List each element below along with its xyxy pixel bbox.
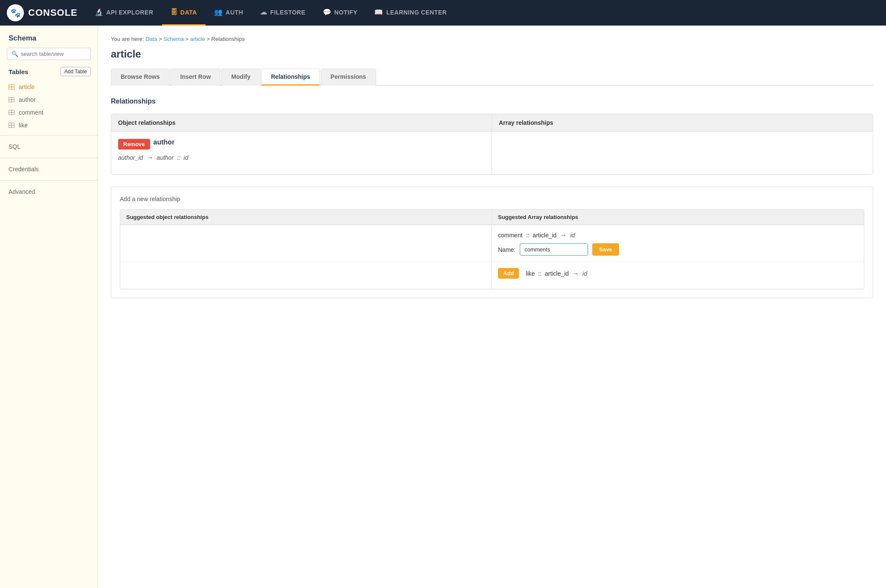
like-suggestion: Add like :: article_id → id [498, 268, 858, 279]
comment-suggestion: comment :: article_id → id [498, 231, 858, 239]
app-logo[interactable]: 🐾 CONSOLE [7, 4, 78, 21]
sidebar-item-like-label: like [19, 122, 28, 129]
author-to-sep: :: [177, 154, 180, 161]
breadcrumb-prefix: You are here: [111, 36, 145, 42]
tab-browse-rows[interactable]: Browse Rows [111, 69, 170, 86]
tabs: Browse Rows Insert Row Modify Relationsh… [111, 69, 873, 86]
nav-filestore[interactable]: ☁ FILESTORE [252, 0, 314, 26]
tables-header: Tables Add Table [0, 67, 98, 81]
relationships-table: Object relationships Array relationships… [111, 114, 873, 175]
sidebar-item-advanced[interactable]: Advanced [0, 184, 98, 199]
tab-insert-row[interactable]: Insert Row [171, 69, 221, 86]
sidebar-item-article[interactable]: article [0, 81, 98, 93]
top-nav: 🐾 CONSOLE 🔬 API EXPLORER 🗄 DATA 👥 AUTH ☁… [0, 0, 886, 26]
search-icon: 🔍 [12, 51, 18, 57]
main-content: You are here: Data > Schema > article > … [98, 26, 886, 588]
auth-icon: 👥 [214, 8, 223, 16]
like-to-col: id [582, 270, 587, 277]
table-grid-icon-like [9, 122, 15, 128]
add-table-button[interactable]: Add Table [61, 67, 91, 76]
comment-arrow: → [560, 231, 567, 239]
nav-learning-center-label: LEARNING CENTER [386, 9, 447, 16]
add-relationship-box: Add a new relationship Suggested object … [111, 187, 873, 298]
breadcrumb-relationships: Relationships [211, 36, 245, 42]
relationships-section-title: Relationships [111, 98, 873, 105]
rel-header-object: Object relationships [111, 114, 492, 132]
tables-title: Tables [9, 68, 28, 75]
nav-learning-center[interactable]: 📖 LEARNING CENTER [366, 0, 455, 26]
add-like-button[interactable]: Add [498, 268, 519, 279]
data-icon: 🗄 [171, 9, 178, 16]
suggested-object-cell-1 [120, 225, 492, 262]
filestore-icon: ☁ [260, 8, 267, 16]
page-title: article [111, 48, 873, 60]
suggested-header-array: Suggested Array relationships [492, 210, 864, 225]
comment-name-input[interactable] [520, 243, 588, 256]
comment-name-row: Name: Save [498, 243, 858, 256]
tab-relationships[interactable]: Relationships [261, 69, 320, 86]
comment-from-table: comment [498, 232, 523, 239]
save-comment-button[interactable]: Save [592, 243, 619, 256]
author-rel-mapping: author_id → author :: id [118, 154, 485, 161]
sidebar-item-article-label: article [19, 84, 35, 90]
author-to-col: id [184, 154, 188, 161]
comment-name-label: Name: [498, 246, 515, 253]
tab-modify[interactable]: Modify [221, 69, 260, 86]
author-from-col: author_id [118, 154, 143, 161]
breadcrumb-data[interactable]: Data [145, 36, 157, 42]
breadcrumb: You are here: Data > Schema > article > … [111, 36, 873, 42]
breadcrumb-article[interactable]: article [190, 36, 205, 42]
search-box[interactable]: 🔍 [7, 48, 91, 60]
nav-notify-label: NOTIFY [334, 9, 357, 16]
suggested-array-cell-2: Add like :: article_id → id [492, 262, 864, 289]
nav-auth-label: AUTH [226, 9, 243, 16]
rel-table-body: Remove author author_id → author :: id [111, 132, 873, 174]
nav-notify[interactable]: 💬 NOTIFY [314, 0, 366, 26]
nav-items: 🔬 API EXPLORER 🗄 DATA 👥 AUTH ☁ FILESTORE… [86, 0, 455, 26]
logo-icon: 🐾 [7, 4, 24, 21]
nav-filestore-label: FILESTORE [270, 9, 306, 16]
notify-icon: 💬 [323, 8, 332, 16]
table-grid-icon-author [9, 97, 15, 103]
author-arrow: → [146, 154, 153, 161]
sidebar-item-author-label: author [19, 96, 36, 103]
like-from-col: article_id [545, 270, 569, 277]
sidebar-item-sql[interactable]: SQL [0, 139, 98, 154]
layout: Schema 🔍 Tables Add Table article author [0, 26, 886, 588]
rel-author-row: Remove author [118, 138, 485, 150]
rel-table-header: Object relationships Array relationships [111, 114, 873, 132]
sidebar-divider-3 [0, 180, 98, 181]
nav-api-explorer[interactable]: 🔬 API EXPLORER [86, 0, 162, 26]
sidebar-divider-1 [0, 135, 98, 135]
remove-author-button[interactable]: Remove [118, 139, 150, 150]
like-from-table: like [526, 270, 535, 277]
learning-center-icon: 📖 [374, 8, 383, 16]
nav-api-explorer-label: API EXPLORER [106, 9, 153, 16]
sidebar-item-comment[interactable]: comment [0, 106, 98, 119]
api-explorer-icon: 🔬 [95, 8, 104, 16]
breadcrumb-schema[interactable]: Schema [164, 36, 184, 42]
table-grid-icon-comment [9, 110, 15, 115]
author-to-table: author [156, 154, 174, 161]
suggested-header: Suggested object relationships Suggested… [120, 210, 864, 225]
nav-data-label: DATA [180, 9, 197, 16]
suggested-object-cell-2 [120, 262, 492, 289]
table-grid-icon-article [9, 84, 15, 90]
suggested-row-2: Add like :: article_id → id [120, 262, 864, 289]
sidebar-item-credentials[interactable]: Credentials [0, 161, 98, 177]
comment-to-col: id [570, 232, 575, 239]
tab-permissions[interactable]: Permissions [321, 69, 376, 86]
sidebar-divider-2 [0, 158, 98, 158]
suggested-array-cell-1: comment :: article_id → id Name: Save [492, 225, 864, 262]
sidebar-item-like[interactable]: like [0, 119, 98, 132]
add-rel-title: Add a new relationship [120, 196, 864, 202]
rel-object-cell: Remove author author_id → author :: id [111, 132, 492, 174]
nav-auth[interactable]: 👥 AUTH [206, 0, 252, 26]
search-input[interactable] [21, 51, 86, 57]
rel-header-array: Array relationships [492, 114, 873, 132]
sidebar-item-author[interactable]: author [0, 93, 98, 106]
comment-from-col: article_id [533, 232, 556, 239]
suggested-row-1: comment :: article_id → id Name: Save [120, 225, 864, 262]
nav-data[interactable]: 🗄 DATA [162, 0, 206, 26]
sidebar: Schema 🔍 Tables Add Table article author [0, 26, 98, 588]
